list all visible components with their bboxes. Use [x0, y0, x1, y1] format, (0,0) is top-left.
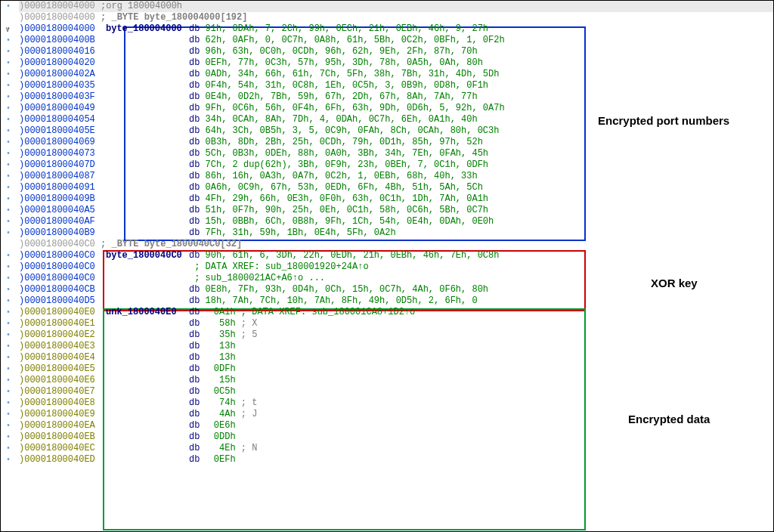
- db-directive: db: [189, 182, 206, 193]
- db-directive: db: [189, 454, 206, 465]
- db-directive: db: [189, 69, 206, 79]
- gutter-marker: [1, 12, 16, 23]
- address: )0000180004054: [19, 114, 106, 125]
- byte-value: 13h: [206, 341, 236, 352]
- db-directive: db: [189, 193, 206, 204]
- address: )00001800040EC: [19, 443, 106, 454]
- db-directive: db: [189, 341, 206, 351]
- address: )00001800040AF: [19, 216, 106, 227]
- db-directive: db: [189, 46, 206, 57]
- data-label: unk_1800040E0: [106, 307, 177, 317]
- gutter-marker: •: [1, 454, 16, 466]
- byte-value: 35h: [206, 329, 236, 341]
- gutter-marker: •: [1, 171, 16, 182]
- address: )000018000402A: [19, 69, 106, 80]
- db-directive: db: [189, 431, 206, 442]
- address: )00001800040E3: [19, 341, 106, 352]
- byte-value: 0A1h: [206, 307, 236, 318]
- db-directive: db: [189, 227, 206, 238]
- byte-values: 91h, 0DAh, 7, 2Ch, 99h, 0ECh, 21h, 0EBh,…: [206, 23, 488, 34]
- db-directive: db: [189, 114, 206, 125]
- db-directive: db: [189, 205, 206, 215]
- address: )00001800040E8: [19, 397, 106, 409]
- gutter-marker: •: [1, 443, 16, 454]
- byte-value: 58h: [206, 318, 236, 329]
- address: )0000180004087: [19, 171, 106, 182]
- byte-values: 96h, 63h, 0C0h, 0CDh, 96h, 62h, 9Eh, 2Fh…: [206, 46, 478, 57]
- address: )00001800040C0: [19, 273, 106, 284]
- collapse-chevron-icon[interactable]: ∨: [5, 24, 10, 36]
- db-directive: db: [189, 307, 206, 317]
- gutter-marker: •: [1, 227, 16, 239]
- gutter-marker: •: [1, 103, 16, 114]
- byte-values: 34h, 0CAh, 8Ah, 7Dh, 4, 0DAh, 0C7h, 6Eh,…: [206, 114, 478, 125]
- db-directive: db: [189, 171, 206, 181]
- address: )0000180004035: [19, 80, 106, 91]
- address: )0000180004049: [19, 103, 106, 114]
- gutter-marker: •: [1, 193, 16, 205]
- char-comment: ; N: [236, 443, 258, 453]
- byte-value: 13h: [206, 352, 236, 363]
- db-directive: db: [189, 318, 206, 329]
- gutter-marker: •: [1, 386, 16, 397]
- gutter-marker: •: [1, 250, 16, 261]
- gutter-marker: •: [1, 420, 16, 431]
- byte-values: 7Ch, 2 dup(62h), 3Bh, 0F9h, 23h, 0BEh, 7…: [206, 159, 488, 170]
- db-directive: db: [189, 295, 206, 306]
- db-directive: db: [189, 23, 206, 34]
- address: )00001800040C0: [19, 239, 95, 249]
- char-comment: ; t: [236, 397, 258, 408]
- char-comment: ; J: [236, 409, 258, 419]
- address: )00001800040B9: [19, 227, 106, 239]
- byte-values: 0EFh, 77h, 0C3h, 57h, 95h, 3Dh, 78h, 0A5…: [206, 57, 483, 68]
- byte-value: 4Ah: [206, 409, 236, 420]
- db-directive: db: [189, 216, 206, 227]
- gutter-marker: •: [1, 397, 16, 409]
- gutter-marker: •: [1, 363, 16, 375]
- address: )00001800040EB: [19, 431, 106, 443]
- db-directive: db: [189, 443, 206, 453]
- db-directive: db: [189, 250, 206, 261]
- db-directive: db: [189, 409, 206, 419]
- db-directive: db: [189, 103, 206, 113]
- db-directive: db: [189, 125, 206, 136]
- byte-value: 0C5h: [206, 386, 236, 397]
- gutter-marker: •: [1, 35, 16, 46]
- gutter-marker: •: [1, 431, 16, 443]
- address: )0000180004016: [19, 46, 106, 57]
- gutter: •••••••••••••••••••••••••••••••••••••••: [1, 1, 16, 531]
- address: )00001800040A5: [19, 205, 106, 216]
- address: )00001800040E7: [19, 386, 106, 397]
- annotation-ports: Encrypted port numbers: [598, 114, 729, 127]
- db-directive: db: [189, 352, 206, 363]
- db-directive: db: [189, 148, 206, 159]
- address: )0000180004073: [19, 148, 106, 159]
- disassembly-listing[interactable]: )0000180004000 ;org 180004000h)000018000…: [16, 1, 773, 531]
- db-directive: db: [189, 159, 206, 170]
- xref: ; DATA XREF: sub_180001CA8+1D2↑o: [241, 307, 415, 317]
- address: )00001800040E4: [19, 352, 106, 363]
- byte-values: 4Fh, 29h, 66h, 0E3h, 0F0h, 63h, 0C1h, 1D…: [206, 193, 488, 204]
- gutter-marker: •: [1, 57, 16, 69]
- gutter-marker: •: [1, 148, 16, 159]
- byte-values: 0E4h, 0D2h, 7Bh, 59h, 67h, 2Dh, 67h, 8Ah…: [206, 91, 478, 102]
- gutter-marker: •: [1, 261, 16, 273]
- byte-value: 0DDh: [206, 431, 236, 443]
- gutter-marker: •: [1, 125, 16, 137]
- data-label: byte_1800040C0: [106, 250, 182, 261]
- byte-values: 0F4h, 54h, 31h, 0C8h, 1Eh, 0C5h, 3, 0B9h…: [206, 80, 488, 91]
- comment: ;org 180004000h: [101, 1, 182, 11]
- address: )00001800040E9: [19, 409, 106, 420]
- byte-value: 4Eh: [206, 443, 236, 454]
- byte-values: 18h, 7Ah, 7Ch, 10h, 7Ah, 8Fh, 49h, 0D5h,…: [206, 295, 478, 306]
- byte-values: 62h, 0AFh, 0, 0C7h, 0A8h, 61h, 5Bh, 0C2h…: [206, 35, 505, 45]
- byte-values: 0A6h, 0C9h, 67h, 53h, 0EDh, 6Fh, 4Bh, 51…: [206, 182, 483, 193]
- address: )000018000409B: [19, 193, 106, 205]
- address: )000018000407D: [19, 159, 106, 171]
- db-directive: db: [189, 329, 206, 340]
- char-comment: ; 5: [236, 329, 258, 340]
- address: )00001800040D5: [19, 295, 106, 307]
- gutter-marker: •: [1, 273, 16, 284]
- gutter-marker: •: [1, 46, 16, 57]
- db-directive: db: [189, 397, 206, 408]
